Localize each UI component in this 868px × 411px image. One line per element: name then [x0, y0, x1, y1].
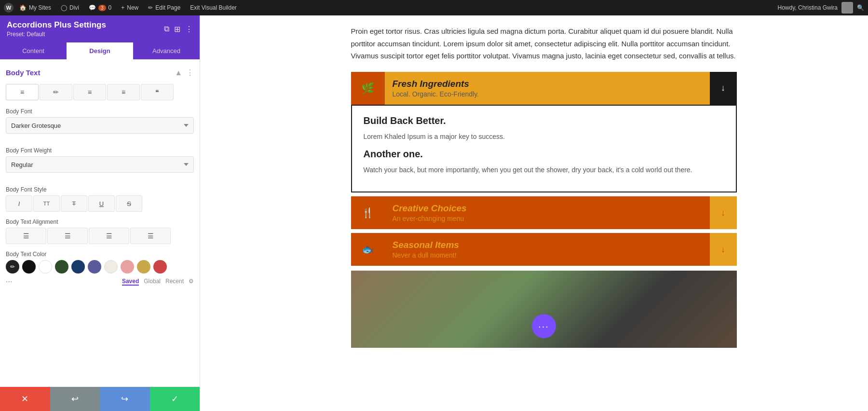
accordion-seasonal-text: Seasonal Items Never a dull moment! — [385, 233, 710, 266]
list-btn[interactable]: ≡ — [107, 84, 140, 100]
fish-icon: 🐟 — [362, 244, 374, 255]
quote-btn[interactable]: ❝ — [141, 84, 174, 100]
sidebar-content: Body Text ▲ ⋮ ≡ ✏ ≡ ≡ ❝ Body Font Darker… — [0, 59, 200, 387]
color-swatch-gold[interactable] — [137, 260, 150, 274]
accordion-fresh-body-title2: Another one. — [364, 149, 724, 160]
cancel-button[interactable]: ✕ — [0, 387, 50, 411]
color-swatch-darkgreen[interactable] — [55, 260, 68, 274]
color-swatch-pink[interactable] — [121, 260, 134, 274]
align-justify-text-btn[interactable]: ☰ — [130, 228, 171, 244]
new-button[interactable]: + New — [117, 0, 142, 15]
color-swatch-darkblue[interactable] — [71, 260, 85, 274]
tab-advanced[interactable]: Advanced — [133, 42, 200, 59]
accordion-fresh-icon: 🌿 — [351, 72, 385, 105]
color-tab-group: Saved Global Recent ⚙ — [122, 278, 194, 286]
color-picker-btn[interactable] — [6, 260, 19, 274]
body-font-label: Body Font — [6, 108, 194, 115]
body-font-group: Body Font Darker Grotesque — [6, 108, 194, 140]
color-tabs-row: ··· Saved Global Recent ⚙ — [6, 277, 194, 286]
divi-menu[interactable]: ◯ Divi — [57, 0, 83, 15]
color-swatches — [6, 260, 194, 274]
tab-design[interactable]: Design — [67, 42, 133, 59]
comment-count: 3 — [98, 5, 106, 11]
capitalize-btn[interactable]: T̶ — [61, 195, 87, 212]
minimize-icon[interactable]: ⧉ — [164, 25, 169, 34]
collapse-section-icon[interactable]: ▲ — [175, 68, 182, 77]
accordion-fresh-body-p2: Watch your back, but more importantly, w… — [364, 164, 724, 175]
accordion-creative-header[interactable]: 🍴 Creative Choices An ever-changing menu… — [351, 196, 737, 229]
accordion-fresh-toggle[interactable]: ↓ — [710, 72, 737, 105]
save-button[interactable]: ✓ — [150, 387, 200, 411]
redo-button[interactable]: ↪ — [100, 387, 150, 411]
align-right-text-btn[interactable]: ☰ — [89, 228, 129, 244]
plus-icon: + — [121, 4, 124, 11]
admin-bar-right: Howdy, Christina Gwira 🔍 — [778, 2, 864, 14]
align-center-text-btn[interactable]: ☰ — [47, 228, 88, 244]
section-header-icons: ▲ ⋮ — [175, 68, 194, 77]
section-more-icon[interactable]: ⋮ — [186, 68, 194, 77]
color-swatch-red[interactable] — [153, 260, 167, 274]
accordion-creative-icon: 🍴 — [351, 196, 385, 229]
body-font-weight-select[interactable]: Regular — [6, 156, 194, 173]
exit-visual-builder-button[interactable]: Exit Visual Builder — [186, 0, 241, 15]
body-text-color-label: Body Text Color — [6, 251, 194, 258]
section-title: Body Text — [6, 68, 40, 77]
body-font-select[interactable]: Darker Grotesque — [6, 117, 194, 134]
body-font-weight-group: Body Font Weight Regular — [6, 147, 194, 179]
accordion-seasonal-header[interactable]: 🐟 Seasonal Items Never a dull moment! ↓ — [351, 233, 737, 266]
link-btn[interactable]: ✏ — [40, 84, 72, 100]
more-colors-icon[interactable]: ··· — [6, 277, 12, 286]
leaf-icon: 🌿 — [361, 82, 374, 95]
more-icon[interactable]: ⋮ — [185, 25, 193, 34]
accordion-fresh-title: Fresh Ingredients — [393, 79, 702, 89]
accordion-creative-text: Creative Choices An ever-changing menu — [385, 196, 710, 229]
main-layout: Accordions Plus Settings Preset: Default… — [0, 15, 868, 411]
tab-content[interactable]: Content — [0, 42, 67, 59]
saved-tab[interactable]: Saved — [122, 278, 139, 286]
accordion-creative-toggle[interactable]: ↓ — [710, 196, 737, 229]
section-header: Body Text ▲ ⋮ — [6, 68, 194, 77]
sidebar-footer: ✕ ↩ ↪ ✓ — [0, 387, 200, 411]
recent-tab[interactable]: Recent — [165, 278, 184, 286]
text-format-row: ≡ ✏ ≡ ≡ ❝ — [6, 84, 194, 100]
layout-icon[interactable]: ⊞ — [174, 25, 180, 34]
color-swatch-white[interactable] — [39, 260, 52, 274]
comment-icon: 💬 — [89, 4, 96, 11]
comment-zero: 0 — [108, 4, 112, 11]
body-text-align-label: Body Text Alignment — [6, 219, 194, 225]
comments-menu[interactable]: 💬 3 0 — [85, 0, 115, 15]
underline-btn[interactable]: U — [88, 195, 115, 212]
accordion-seasonal-toggle[interactable]: ↓ — [710, 233, 737, 266]
admin-bar: W 🏠 My Sites ◯ Divi 💬 3 0 + New ✏ Edit P… — [0, 0, 868, 15]
strikethrough-btn[interactable]: S — [116, 195, 142, 212]
home-icon: 🏠 — [19, 4, 27, 11]
main-content: Proin eget tortor risus. Cras ultricies … — [200, 15, 868, 411]
italic-btn[interactable]: I — [6, 195, 32, 212]
undo-button[interactable]: ↩ — [50, 387, 100, 411]
accordion-creative-subtitle: An ever-changing menu — [393, 215, 702, 222]
align-center-btn[interactable]: ≡ — [73, 84, 106, 100]
edit-page-button[interactable]: ✏ Edit Page — [144, 0, 184, 15]
accordion-seasonal-subtitle: Never a dull moment! — [393, 251, 702, 259]
color-swatch-black[interactable] — [22, 260, 36, 274]
global-tab[interactable]: Global — [144, 278, 161, 286]
floating-action-button[interactable]: ··· — [532, 314, 556, 338]
my-sites-menu[interactable]: 🏠 My Sites — [15, 0, 55, 15]
color-swatch-purple[interactable] — [88, 260, 101, 274]
color-settings-icon[interactable]: ⚙ — [189, 278, 194, 286]
align-left-btn[interactable]: ≡ — [6, 84, 39, 100]
body-font-style-label: Body Font Style — [6, 186, 194, 193]
bottom-image: ··· — [351, 271, 737, 348]
color-swatch-cream[interactable] — [104, 260, 118, 274]
accordion-fresh-header[interactable]: 🌿 Fresh Ingredients Local. Organic. Eco-… — [351, 72, 737, 105]
sidebar-header-icons: ⧉ ⊞ ⋮ — [164, 25, 193, 34]
accordion-fresh-body: Build Back Better. Lorem Khaled Ipsum is… — [351, 105, 737, 193]
divi-icon: ◯ — [61, 4, 67, 11]
uppercase-btn[interactable]: TT — [33, 195, 60, 212]
accordion-fresh-body-p1: Lorem Khaled Ipsum is a major key to suc… — [364, 131, 724, 142]
align-left-text-btn[interactable]: ☰ — [6, 228, 46, 244]
search-icon[interactable]: 🔍 — [857, 4, 864, 11]
body-font-weight-label: Body Font Weight — [6, 147, 194, 154]
user-avatar[interactable] — [841, 2, 853, 14]
wp-logo-icon[interactable]: W — [4, 3, 14, 13]
